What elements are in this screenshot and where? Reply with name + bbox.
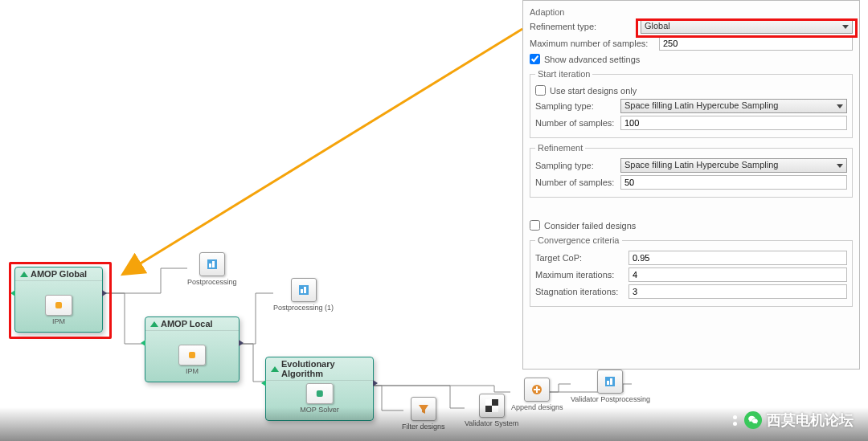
wechat-icon bbox=[744, 411, 762, 429]
svg-rect-3 bbox=[212, 261, 215, 267]
label-refinement-type: Refinement type: bbox=[530, 22, 636, 31]
label-target-cop: Target CoP: bbox=[535, 253, 624, 263]
svg-rect-5 bbox=[301, 289, 303, 293]
label-show-advanced: Show advanced settings bbox=[544, 55, 640, 64]
input-target-cop[interactable] bbox=[628, 251, 847, 265]
node-status-icon bbox=[150, 321, 158, 327]
node-label: Validator Postprocessing bbox=[571, 395, 650, 403]
select-value: Space filling Latin Hypercube Sampling bbox=[624, 100, 778, 110]
label-start-num-samples: Number of samples: bbox=[535, 118, 616, 128]
input-max-iter[interactable] bbox=[628, 267, 847, 282]
inner-node-icon bbox=[305, 383, 333, 404]
node-postprocessing-1[interactable]: Postprocessing (1) bbox=[273, 278, 334, 312]
node-append-designs[interactable]: Append designs bbox=[511, 378, 563, 411]
group-start-iteration: Start iteration Use start designs only S… bbox=[530, 69, 853, 138]
label-max-iter: Maximum iterations: bbox=[535, 270, 624, 280]
inner-node-icon bbox=[178, 345, 206, 365]
watermark: 西莫电机论坛 bbox=[733, 410, 854, 430]
highlight-amop-global bbox=[9, 262, 112, 339]
group-convergence: Convergence criteria Target CoP: Maximum… bbox=[530, 235, 853, 307]
label-ref-num-samples: Number of samples: bbox=[535, 178, 616, 187]
checkbox-consider-failed[interactable] bbox=[530, 220, 540, 231]
label-consider-failed: Consider failed designs bbox=[544, 221, 636, 231]
label-max-samples: Maximum number of samples: bbox=[530, 39, 654, 48]
inner-node-label: IPM bbox=[178, 367, 206, 375]
node-label: Postprocessing (1) bbox=[273, 304, 334, 312]
input-max-samples[interactable] bbox=[659, 36, 853, 51]
input-ref-num-samples[interactable] bbox=[620, 175, 847, 190]
node-validator-postprocessing[interactable]: Validator Postprocessing bbox=[571, 370, 650, 403]
svg-line-0 bbox=[125, 29, 522, 273]
input-start-num-samples[interactable] bbox=[620, 116, 847, 130]
node-title: AMOP Local bbox=[161, 319, 213, 329]
chevron-down-icon bbox=[837, 104, 843, 108]
label-use-start-only: Use start designs only bbox=[550, 86, 637, 96]
select-ref-sampling-type[interactable]: Space filling Latin Hypercube Sampling bbox=[620, 158, 847, 173]
watermark-text: 西莫电机论坛 bbox=[767, 410, 854, 430]
group-refinement: Refinement Sampling type: Space filling … bbox=[530, 143, 853, 198]
chevron-down-icon bbox=[837, 164, 843, 168]
node-title: Evolutionary Algorithm bbox=[281, 359, 368, 378]
svg-rect-13 bbox=[610, 378, 612, 385]
legend-start-iteration: Start iteration bbox=[535, 69, 592, 79]
select-value: Space filling Latin Hypercube Sampling bbox=[624, 160, 778, 169]
node-postprocessing[interactable]: Postprocessing bbox=[187, 252, 237, 286]
svg-rect-2 bbox=[209, 263, 211, 267]
checkbox-use-start-only[interactable] bbox=[535, 85, 546, 96]
label-ref-sampling-type: Sampling type: bbox=[535, 161, 616, 170]
svg-rect-6 bbox=[304, 287, 306, 293]
select-start-sampling-type[interactable]: Space filling Latin Hypercube Sampling bbox=[620, 99, 847, 113]
highlight-refinement-type bbox=[636, 18, 858, 38]
node-status-icon bbox=[271, 366, 279, 372]
legend-refinement: Refinement bbox=[535, 143, 585, 153]
input-stag-iter[interactable] bbox=[628, 284, 847, 299]
node-amop-local[interactable]: AMOP Local IPM bbox=[145, 316, 240, 382]
svg-rect-12 bbox=[607, 381, 609, 385]
section-adaption: Adaption bbox=[530, 7, 853, 17]
svg-rect-8 bbox=[485, 399, 492, 406]
wechat-dots-icon bbox=[733, 415, 737, 426]
settings-panel: Adaption Refinement type: Global Maximum… bbox=[522, 0, 860, 370]
checkbox-show-advanced[interactable] bbox=[530, 54, 540, 64]
label-stag-iter: Stagnation iterations: bbox=[535, 287, 624, 296]
legend-convergence: Convergence criteria bbox=[535, 235, 622, 245]
label-start-sampling-type: Sampling type: bbox=[535, 101, 616, 111]
node-label: Postprocessing bbox=[187, 278, 237, 286]
canvas: AMOP Global IPM AMOP Local IPM Evolution… bbox=[0, 0, 868, 441]
